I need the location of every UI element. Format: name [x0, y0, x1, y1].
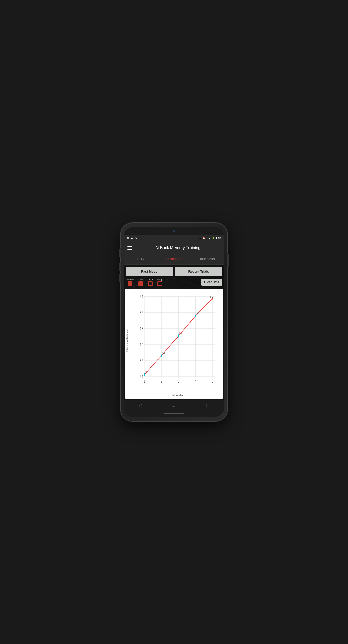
- home-button[interactable]: ○: [169, 401, 179, 410]
- vibrate-icon: 📳: [199, 237, 201, 239]
- filter-image: Image: [157, 278, 163, 286]
- fast-mode-button[interactable]: Fast Mode: [126, 267, 173, 276]
- svg-text:6.32: 6.32: [210, 295, 213, 298]
- settings-icon: ⚙: [135, 237, 137, 240]
- chart-wrapper: N-Back Level (weighted by score) Trial N…: [125, 289, 223, 399]
- y-axis-label: N-Back Level (weighted by score): [126, 329, 128, 352]
- filter-row: Position Sound Color Image: [126, 278, 222, 286]
- phone-device: 🖼 ◉ ⚙ 📳 ⏰ ▾ ▲ 🔋 1:39 N-Back Memory Train…: [121, 223, 227, 421]
- filter-position-label: Position: [126, 278, 134, 281]
- mode-buttons: Fast Mode Recent Trials: [126, 267, 222, 276]
- svg-text:4.43: 4.43: [179, 331, 182, 335]
- camera-dot: [173, 230, 175, 232]
- circle-icon: ◉: [131, 237, 133, 240]
- svg-text:3.2: 3.2: [140, 359, 143, 363]
- tab-progress[interactable]: PROGRESS: [157, 254, 191, 264]
- x-axis-label: Trial Number: [170, 394, 184, 397]
- filter-position: Position: [126, 278, 134, 286]
- tabs-bar: PLAY PROGRESS RECORDS: [124, 254, 224, 265]
- camera-bar: [124, 227, 224, 235]
- filter-sound-checkbox[interactable]: [138, 281, 143, 286]
- bottom-indicator: [164, 413, 184, 414]
- battery-icon: 🔋: [212, 237, 215, 239]
- chart-svg: 6.4 5.6 4.8 4.0 3.2 2.4 1 2 3 4 5: [133, 292, 221, 392]
- filter-position-checkbox[interactable]: [128, 281, 132, 286]
- alarm-icon: ⏰: [202, 237, 205, 239]
- status-time: 1:39: [216, 237, 221, 240]
- filter-color-label: Color: [148, 278, 153, 281]
- svg-point-54: [178, 334, 179, 338]
- svg-point-53: [161, 354, 162, 357]
- app-bar: N-Back Memory Training: [124, 242, 224, 254]
- svg-text:2.50: 2.50: [145, 370, 148, 374]
- controls-container: Fast Mode Recent Trials Position Sound: [124, 265, 224, 288]
- image-icon: 🖼: [127, 237, 129, 240]
- filter-sound: Sound: [137, 278, 144, 286]
- svg-text:5.43: 5.43: [196, 311, 199, 315]
- x-axis-label-container: Trial Number: [133, 393, 221, 397]
- svg-text:5.6: 5.6: [140, 311, 143, 315]
- bottom-bar: [124, 411, 224, 417]
- back-button[interactable]: ◁: [136, 401, 145, 410]
- signal-icon: ▲: [209, 237, 211, 239]
- tab-records[interactable]: RECORDS: [191, 254, 224, 264]
- svg-text:2: 2: [161, 379, 162, 384]
- content-area: Fast Mode Recent Trials Position Sound: [124, 265, 224, 400]
- status-bar: 🖼 ◉ ⚙ 📳 ⏰ ▾ ▲ 🔋 1:39: [124, 235, 224, 242]
- recents-button[interactable]: □: [203, 401, 212, 410]
- filter-color-checkbox[interactable]: [148, 281, 153, 286]
- svg-text:2.4: 2.4: [140, 375, 143, 379]
- wifi-icon: ▾: [206, 237, 208, 239]
- svg-text:4: 4: [195, 379, 196, 384]
- clear-data-button[interactable]: Clear Data: [201, 279, 222, 286]
- svg-text:1: 1: [144, 379, 145, 384]
- filter-image-label: Image: [157, 278, 163, 281]
- svg-text:3.44: 3.44: [162, 351, 165, 355]
- y-axis-label-container: N-Back Level (weighted by score): [125, 289, 129, 392]
- filter-color: Color: [148, 278, 153, 286]
- svg-text:6.4: 6.4: [140, 295, 143, 299]
- svg-point-55: [195, 314, 196, 317]
- nav-bar: ◁ ○ □: [124, 400, 224, 411]
- recent-trials-button[interactable]: Recent Trials: [175, 267, 222, 276]
- svg-text:4.0: 4.0: [140, 343, 143, 347]
- tab-play[interactable]: PLAY: [124, 254, 157, 264]
- hamburger-menu[interactable]: [127, 246, 132, 250]
- svg-text:5: 5: [212, 379, 213, 384]
- svg-text:3: 3: [178, 379, 179, 384]
- filter-image-checkbox[interactable]: [157, 281, 162, 286]
- phone-screen: 🖼 ◉ ⚙ 📳 ⏰ ▾ ▲ 🔋 1:39 N-Back Memory Train…: [124, 227, 224, 417]
- filter-sound-label: Sound: [137, 278, 144, 281]
- app-title: N-Back Memory Training: [135, 246, 221, 250]
- status-icons-right: 📳 ⏰ ▾ ▲ 🔋 1:39: [199, 237, 221, 240]
- status-icons-left: 🖼 ◉ ⚙: [127, 237, 137, 240]
- svg-text:4.8: 4.8: [140, 327, 143, 331]
